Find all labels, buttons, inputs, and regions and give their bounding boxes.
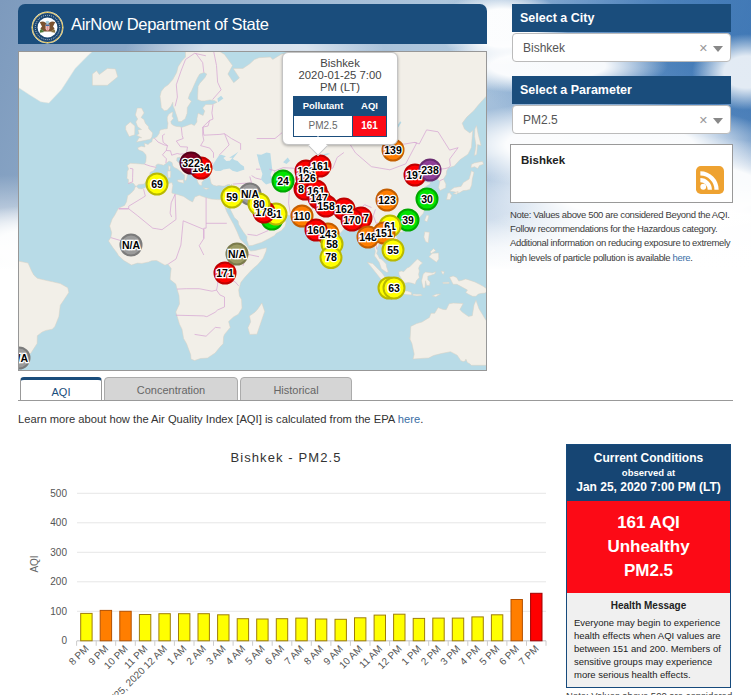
svg-text:6 AM: 6 AM bbox=[263, 643, 287, 667]
svg-text:5 PM: 5 PM bbox=[477, 643, 501, 667]
svg-text:200: 200 bbox=[50, 576, 67, 587]
svg-text:7 AM: 7 AM bbox=[282, 643, 306, 667]
svg-text:AQI: AQI bbox=[29, 555, 40, 572]
svg-text:300: 300 bbox=[50, 547, 67, 558]
svg-text:3 AM: 3 AM bbox=[204, 643, 228, 667]
svg-text:8 AM: 8 AM bbox=[302, 643, 326, 667]
svg-text:6 PM: 6 PM bbox=[497, 643, 521, 667]
svg-text:400: 400 bbox=[50, 517, 67, 528]
svg-text:1 AM: 1 AM bbox=[165, 643, 189, 667]
svg-text:2 AM: 2 AM bbox=[184, 643, 208, 667]
svg-text:4 AM: 4 AM bbox=[223, 643, 247, 667]
svg-text:1 PM: 1 PM bbox=[399, 643, 423, 667]
svg-text:5 AM: 5 AM bbox=[243, 643, 267, 667]
svg-text:7 PM: 7 PM bbox=[516, 643, 540, 667]
svg-text:8 PM: 8 PM bbox=[67, 643, 91, 667]
svg-text:2 PM: 2 PM bbox=[419, 643, 443, 667]
svg-text:Bishkek - PM2.5: Bishkek - PM2.5 bbox=[230, 450, 341, 465]
svg-text:4 PM: 4 PM bbox=[458, 643, 482, 667]
svg-text:0: 0 bbox=[61, 635, 67, 646]
svg-text:100: 100 bbox=[50, 606, 67, 617]
svg-text:500: 500 bbox=[50, 488, 67, 499]
svg-text:3 PM: 3 PM bbox=[438, 643, 462, 667]
